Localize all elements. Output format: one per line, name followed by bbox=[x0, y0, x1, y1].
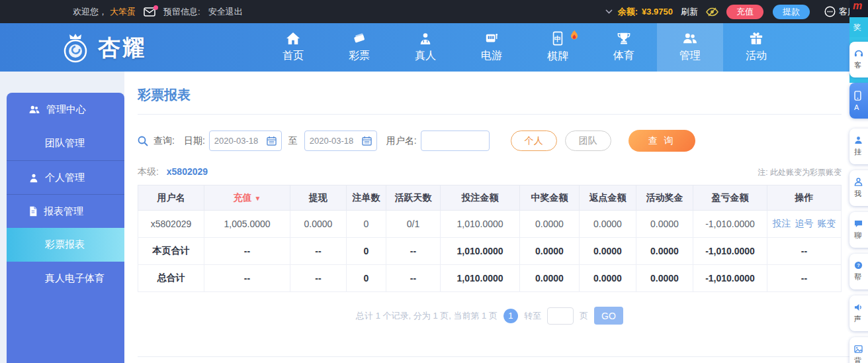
col-profit: 盈亏金额 bbox=[693, 185, 767, 211]
sidebar-item-personal-manage[interactable]: 个人管理 bbox=[7, 160, 124, 194]
bet-link[interactable]: 投注 bbox=[773, 218, 791, 229]
col-withdraw: 提现 bbox=[290, 185, 347, 211]
search-button[interactable]: 查 询 bbox=[629, 130, 695, 152]
help-icon: ? bbox=[854, 261, 863, 270]
nav-label: 体育 bbox=[613, 49, 634, 63]
withdraw-button[interactable]: 提款 bbox=[773, 5, 810, 19]
to-label: 至 bbox=[288, 135, 298, 147]
page-number-button[interactable]: 1 bbox=[503, 309, 518, 323]
sidebar-wrapper: 管理中心 团队管理 个人管理 报表管理 彩票报表 真人电子体育 bbox=[0, 72, 124, 363]
col-deposit-sortable[interactable]: 充值 ▼ bbox=[204, 185, 290, 211]
nav-item-manage[interactable]: 管理 bbox=[657, 23, 723, 72]
gift-icon bbox=[749, 32, 763, 45]
sidebar-item-label: 管理中心 bbox=[46, 103, 86, 116]
welcome-text: 欢迎您， bbox=[73, 6, 107, 18]
brand-name: 杏耀 bbox=[98, 33, 147, 64]
nav-item-promotions[interactable]: 活动 bbox=[723, 23, 789, 72]
account-change-link[interactable]: 账变 bbox=[818, 218, 836, 229]
report-table: 用户名 充值 ▼ 提现 注单数 活跃天数 投注金额 中奖金额 返点金额 活动奖金… bbox=[138, 185, 842, 292]
nav-item-sports[interactable]: 体育 bbox=[591, 23, 657, 72]
refresh-link[interactable]: 刷新 bbox=[681, 6, 698, 18]
mail-icon[interactable] bbox=[144, 7, 155, 17]
live-person-icon bbox=[418, 32, 433, 45]
people-icon bbox=[682, 32, 698, 45]
go-button[interactable]: GO bbox=[594, 307, 623, 325]
sort-desc-icon: ▼ bbox=[254, 195, 261, 202]
date-to-field[interactable] bbox=[304, 130, 377, 151]
table-row-page-total: 本页合计 -- -- 0 -- 1,010.0000 0.0000 0.0000… bbox=[138, 238, 842, 265]
sidebar-item-label: 团队管理 bbox=[45, 137, 85, 150]
pagination: 总计 1 个记录, 分为 1 页, 当前第 1 页 1 转至 页 GO bbox=[138, 307, 842, 325]
widget-app-tab[interactable]: A bbox=[849, 83, 868, 119]
logout-link[interactable]: 安全退出 bbox=[208, 6, 243, 18]
widget-hang-tab[interactable]: 挂 bbox=[849, 129, 868, 164]
cell-rebate: 0.0000 bbox=[580, 211, 636, 238]
level-value[interactable]: x5802029 bbox=[167, 166, 208, 177]
nav-item-egames[interactable]: 电游 bbox=[458, 23, 525, 72]
table-row-user: x5802029 1,005.0000 0.0000 0 0/1 1,010.0… bbox=[138, 211, 842, 238]
calendar-icon[interactable] bbox=[362, 136, 372, 146]
widget-chat-tab[interactable]: 聊 bbox=[849, 212, 868, 248]
nav-item-boardgames[interactable]: 中 棋牌 bbox=[525, 23, 591, 72]
topbar: 欢迎您， 大笨蛋 预留信息: 安全退出 余额: ¥3.9750 刷新 充值 提款 bbox=[0, 0, 868, 23]
nav-label: 电游 bbox=[481, 49, 502, 63]
col-bet-count: 注单数 bbox=[347, 185, 386, 211]
date-from-field[interactable] bbox=[209, 130, 282, 151]
user-icon bbox=[854, 178, 863, 186]
username-input[interactable] bbox=[426, 136, 484, 146]
main-navbar: 杏耀 首页 彩票 真人 电游 中 棋牌 bbox=[0, 23, 868, 72]
table-row-grand-total: 总合计 -- -- 0 -- 1,010.0000 0.0000 0.0000 … bbox=[138, 265, 842, 292]
nav-label: 棋牌 bbox=[547, 50, 568, 64]
table-header-row: 用户名 充值 ▼ 提现 注单数 活跃天数 投注金额 中奖金额 返点金额 活动奖金… bbox=[138, 185, 842, 211]
goto-label: 转至 bbox=[524, 310, 541, 322]
widget-background-tab[interactable]: 背 bbox=[849, 337, 868, 363]
user-icon bbox=[28, 173, 39, 183]
nav-label: 彩票 bbox=[349, 49, 370, 63]
search-bar: 查询: 日期: 至 用户名: 个人 团队 查 询 bbox=[138, 130, 842, 152]
date-from-input[interactable] bbox=[214, 136, 265, 146]
pagination-summary: 总计 1 个记录, 分为 1 页, 当前第 1 页 bbox=[356, 310, 498, 322]
cell-withdraw: 0.0000 bbox=[290, 211, 347, 238]
widget-mine-tab[interactable]: 我 bbox=[849, 170, 868, 206]
sidebar-item-lottery-report[interactable]: 彩票报表 bbox=[7, 228, 124, 262]
sidebar-item-manage-center[interactable]: 管理中心 bbox=[7, 93, 124, 127]
account-note: 注: 此处账变为彩票账变 bbox=[758, 167, 842, 178]
fire-badge-icon bbox=[570, 30, 579, 40]
sidebar-item-report-manage[interactable]: 报表管理 bbox=[7, 194, 124, 228]
home-icon bbox=[286, 32, 300, 45]
page-title: 彩票报表 bbox=[138, 86, 842, 104]
date-to-input[interactable] bbox=[310, 136, 360, 146]
brand-logo[interactable]: 杏耀 bbox=[58, 31, 147, 66]
chase-link[interactable]: 追号 bbox=[795, 218, 814, 229]
col-win-amount: 中奖金额 bbox=[520, 185, 580, 211]
team-button[interactable]: 团队 bbox=[565, 130, 611, 151]
calendar-icon[interactable] bbox=[267, 136, 277, 146]
goto-page-input[interactable] bbox=[547, 307, 574, 325]
nav-item-home[interactable]: 首页 bbox=[260, 23, 326, 72]
col-rebate-amount: 返点金额 bbox=[580, 185, 636, 211]
balance-label: 余额: bbox=[618, 6, 638, 18]
mahjong-tile-icon: 中 bbox=[551, 31, 564, 46]
nav-item-lottery[interactable]: 彩票 bbox=[326, 23, 392, 72]
personal-button[interactable]: 个人 bbox=[511, 130, 557, 151]
col-username: 用户名 bbox=[138, 185, 204, 211]
widget-sound-tab[interactable]: 声 bbox=[849, 295, 868, 331]
chat-icon bbox=[854, 220, 863, 228]
username-label: 用户名: bbox=[386, 135, 417, 147]
deposit-button[interactable]: 充值 bbox=[726, 5, 763, 19]
nav-label: 活动 bbox=[746, 49, 767, 63]
sidebar-item-live-esports[interactable]: 真人电子体育 bbox=[7, 262, 124, 295]
widget-help-tab[interactable]: ? 帮 bbox=[849, 254, 868, 289]
widget-prize-tab[interactable]: 奖 bbox=[849, 17, 868, 37]
username-field[interactable] bbox=[421, 130, 490, 151]
col-actions: 操作 bbox=[767, 185, 842, 211]
eye-off-icon[interactable] bbox=[706, 7, 718, 17]
hang-icon bbox=[854, 136, 863, 144]
chevron-down-icon[interactable] bbox=[605, 9, 613, 14]
widget-service-tab[interactable]: 客 bbox=[849, 42, 868, 78]
nav-item-live[interactable]: 真人 bbox=[392, 23, 458, 72]
col-bet-amount: 投注金额 bbox=[441, 185, 520, 211]
file-icon bbox=[28, 206, 38, 217]
sidebar-item-team-manage[interactable]: 团队管理 bbox=[7, 127, 124, 160]
trophy-icon bbox=[617, 32, 631, 45]
